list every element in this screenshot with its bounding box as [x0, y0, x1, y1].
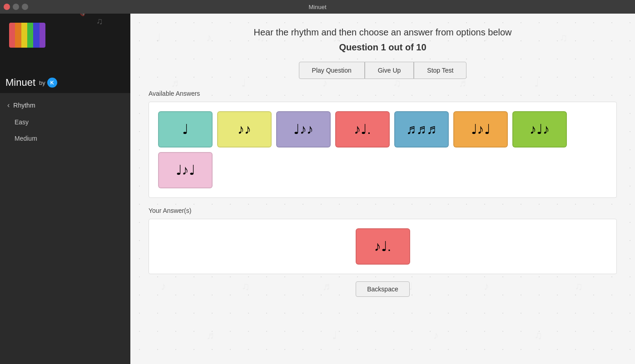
- piano-key-yellow: [21, 23, 27, 48]
- answer-card-0[interactable]: ♩: [158, 111, 213, 148]
- note-symbol-6: ♪♩♪: [530, 123, 550, 136]
- sidebar-nav: ‹ Rhythm Easy Medium: [0, 93, 130, 150]
- available-answers-label: Available Answers: [149, 90, 617, 97]
- answers-box: ♩ ♪♪ ♩♪♪ ♪♩. ♬♬♬ ♩♪♩: [149, 102, 617, 198]
- app-name: Minuet: [5, 77, 35, 89]
- stop-test-button[interactable]: Stop Test: [414, 62, 466, 79]
- piano-key-blue: [33, 23, 39, 48]
- action-buttons: Play Question Give Up Stop Test: [149, 62, 617, 79]
- sidebar: ♪ 🎸 ♫ Minuet by K ‹ Rhythm Easy Medium: [0, 14, 130, 364]
- piano-key-purple: [40, 23, 45, 48]
- sidebar-item-medium[interactable]: Medium: [0, 130, 130, 147]
- answer-card-6[interactable]: ♪♩♪: [512, 111, 567, 148]
- maximize-button[interactable]: [22, 4, 28, 10]
- note-symbol-4: ♬♬♬: [406, 123, 437, 136]
- answer-card-2[interactable]: ♩♪♪: [276, 111, 331, 148]
- question-header: Hear the rhythm and then choose an answe…: [149, 27, 617, 53]
- by-label: by: [39, 79, 45, 86]
- content-inner: Hear the rhythm and then choose an answe…: [149, 27, 617, 297]
- give-up-button[interactable]: Give Up: [365, 62, 414, 79]
- note-symbol-5: ♩♪♩: [471, 123, 491, 136]
- note-symbol-7: ♩♪♩: [176, 163, 195, 177]
- answer-card-4[interactable]: ♬♬♬: [394, 111, 449, 148]
- sidebar-branding: Minuet by K: [5, 77, 57, 89]
- note-symbol-0: ♩: [182, 123, 189, 136]
- answer-card-7[interactable]: ♩♪♩: [158, 152, 213, 188]
- piano-icon: [9, 23, 45, 54]
- answer-cards: ♩ ♪♪ ♩♪♪ ♪♩. ♬♬♬ ♩♪♩: [158, 111, 607, 188]
- play-question-button[interactable]: Play Question: [299, 62, 365, 79]
- answer-card-3[interactable]: ♪♩.: [335, 111, 390, 148]
- answer-card-1[interactable]: ♪♪: [217, 111, 272, 148]
- backspace-button[interactable]: Backspace: [356, 281, 409, 297]
- title-bar: Minuet: [0, 0, 635, 14]
- your-answers-box: ♪♩.: [149, 219, 617, 274]
- piano-key-green: [27, 23, 33, 48]
- window-title: Minuet: [308, 4, 326, 10]
- question-number: Question 1 out of 10: [149, 42, 617, 53]
- piano-keys: [9, 23, 45, 48]
- piano-key-orange: [15, 23, 21, 48]
- minimize-button[interactable]: [13, 4, 19, 10]
- rhythm-label: Rhythm: [13, 102, 35, 109]
- app-body: ♪ 🎸 ♫ Minuet by K ‹ Rhythm Easy Medium: [0, 14, 635, 364]
- note-symbol-2: ♩♪♪: [293, 123, 313, 136]
- window-controls[interactable]: [4, 4, 28, 10]
- answer-card-5[interactable]: ♩♪♩: [453, 111, 508, 148]
- your-answers-label: Your Answer(s): [149, 207, 617, 214]
- sidebar-back-rhythm[interactable]: ‹ Rhythm: [0, 97, 130, 114]
- selected-answer-card[interactable]: ♪♩.: [356, 228, 410, 265]
- back-arrow-icon: ‹: [7, 101, 10, 109]
- piano-key-red: [9, 23, 15, 48]
- main-content: ♩ ♪ ♫ ♬ ♩ ♪ ♫ ♬ ♩ ♪ ♫ ♬ ♩ ♪ ♫ ♬ ♩ ♪ ♫ ♬ …: [130, 14, 635, 364]
- note-symbol-1: ♪♪: [238, 123, 251, 136]
- sidebar-item-easy[interactable]: Easy: [0, 114, 130, 130]
- sidebar-header: ♪ 🎸 ♫ Minuet by K: [0, 14, 130, 93]
- note-symbol-3: ♪♩.: [354, 123, 371, 136]
- question-instruction: Hear the rhythm and then choose an answe…: [149, 27, 617, 38]
- selected-note-symbol: ♪♩.: [374, 240, 391, 253]
- kde-logo: K: [47, 78, 57, 88]
- close-button[interactable]: [4, 4, 10, 10]
